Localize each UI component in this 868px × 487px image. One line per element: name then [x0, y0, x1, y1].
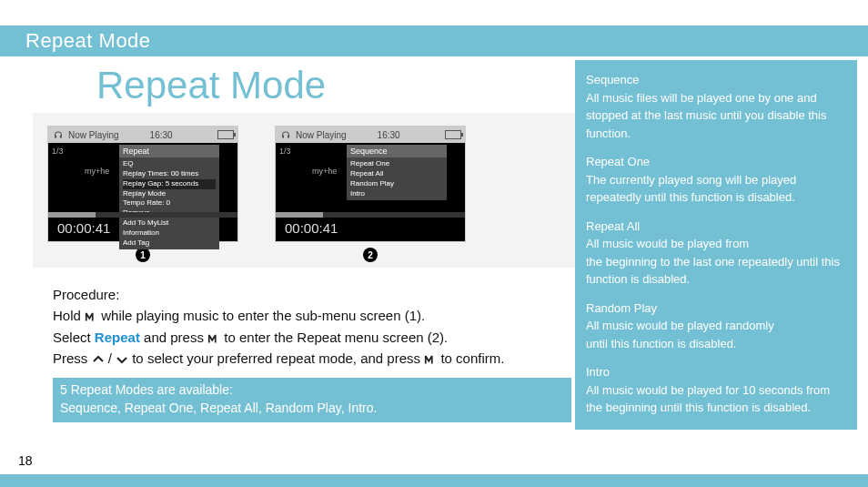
now-playing-label: Now Playing — [296, 130, 347, 140]
menu-item: Replay Mode — [123, 189, 216, 199]
menu-item: Random Play — [350, 179, 443, 189]
footer-bar — [0, 474, 868, 487]
mode-desc: The currently played song will be played… — [586, 173, 796, 205]
main-title: Repeat Mode — [96, 64, 575, 107]
procedure-line-2: Select Repeat and press to enter the Rep… — [53, 327, 571, 348]
submenu: Repeat EQ Replay Times: 00 times Replay … — [119, 145, 219, 249]
menu-item: Repeat One — [350, 159, 443, 169]
summary-box: 5 Repeat Modes are available: Sequence, … — [53, 378, 571, 422]
procedure-line-3: Press / to select your preferred repeat … — [53, 348, 571, 369]
mode-title: Repeat All — [586, 219, 640, 233]
artist-text: my+he — [312, 167, 337, 176]
mode-title: Repeat One — [586, 155, 650, 168]
clock: 16:30 — [150, 130, 173, 140]
header-title: Repeat Mode — [25, 29, 151, 52]
screenshot-1: Now Playing 16:30 1/3 my+he Repeat EQ Re… — [47, 126, 238, 242]
page-number: 18 — [18, 453, 33, 468]
chevron-up-icon — [92, 354, 105, 365]
menu-item: Intro — [350, 189, 443, 199]
menu-item: Replay Gap: 5 seconds — [123, 179, 216, 189]
chevron-down-icon — [116, 354, 128, 365]
summary-line-2: Sequence, Repeat One, Repeat All, Random… — [60, 400, 564, 418]
submenu-title: Sequence — [347, 145, 447, 157]
modes-panel: SequenceAll music files will be played o… — [575, 60, 857, 430]
mode-title: Intro — [586, 365, 610, 379]
track-number: 1/3 — [52, 147, 64, 156]
battery-icon — [445, 130, 461, 139]
progress-bar — [48, 212, 237, 218]
procedure-title: Procedure: — [53, 284, 571, 305]
m-button-icon — [424, 354, 437, 365]
procedure: Procedure: Hold while playing music to e… — [53, 284, 571, 369]
mode-desc: All music would be played from the begin… — [586, 237, 840, 286]
battery-icon — [217, 130, 234, 139]
procedure-line-1: Hold while playing music to enter the su… — [53, 305, 571, 326]
clock: 16:30 — [378, 130, 400, 140]
mode-desc: All music files will be played one by on… — [586, 91, 826, 140]
page-header: Repeat Mode — [0, 25, 868, 56]
m-button-icon — [207, 333, 220, 344]
screenshot-2: Now Playing 16:30 1/3 my+he Sequence Rep… — [275, 126, 466, 242]
headphones-icon — [52, 129, 65, 140]
submenu: Sequence Repeat One Repeat All Random Pl… — [347, 145, 447, 200]
track-number: 1/3 — [279, 147, 291, 156]
menu-item: Repeat All — [350, 169, 443, 179]
mode-desc: All music would be played for 10 seconds… — [586, 383, 830, 415]
elapsed-time: 00:00:41 — [57, 220, 110, 236]
summary-line-1: 5 Repeat Modes are available: — [60, 381, 564, 400]
menu-item: Tempo Rate: 0 — [123, 198, 216, 208]
screens-panel: Now Playing 16:30 1/3 my+he Repeat EQ Re… — [33, 113, 575, 268]
submenu-title: Repeat — [119, 145, 219, 157]
headphones-icon — [279, 129, 292, 140]
progress-bar — [276, 212, 465, 218]
elapsed-time: 00:00:41 — [285, 220, 338, 236]
artist-text: my+he — [85, 167, 109, 176]
mode-title: Sequence — [586, 73, 640, 86]
step-badge-1: 1 — [136, 248, 150, 262]
menu-item: Replay Times: 00 times — [123, 169, 216, 179]
repeat-highlight: Repeat — [95, 330, 140, 345]
mode-title: Random Play — [586, 301, 657, 315]
mode-desc: All music would be played randomly until… — [586, 319, 774, 350]
menu-item: Information — [123, 228, 216, 238]
step-badge-2: 2 — [363, 248, 378, 262]
menu-item: Add To MyList — [123, 218, 216, 228]
menu-item: Add Tag — [123, 238, 216, 249]
menu-item: EQ — [123, 159, 216, 169]
now-playing-label: Now Playing — [68, 130, 119, 140]
m-button-icon — [85, 311, 97, 322]
